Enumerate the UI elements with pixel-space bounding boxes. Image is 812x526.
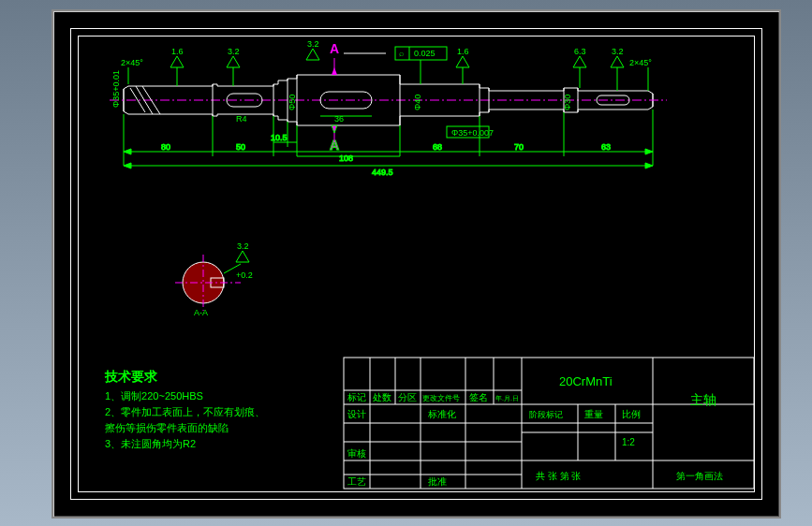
- tech-requirements: 技术要求 1、调制220~250HBS 2、零件加工表面上，不应有划痕、 擦伤等…: [104, 369, 265, 449]
- seg7: 63: [601, 142, 611, 152]
- tb-material: 20CrMnTi: [559, 374, 613, 388]
- ra-4: 1.6: [457, 47, 469, 56]
- tb-check: 审核: [347, 448, 366, 459]
- chamfer-left: 2×45°: [121, 58, 143, 67]
- tb-design: 设计: [347, 409, 366, 419]
- ra-2: 3.2: [228, 47, 240, 56]
- tb-sign: 签名: [469, 392, 488, 402]
- req-line2: 2、零件加工表面上，不应有划痕、: [105, 406, 265, 417]
- req-line1: 1、调制220~250HBS: [105, 390, 203, 402]
- ra-5: 6.3: [574, 47, 586, 56]
- dia-mid1: Φ50: [288, 95, 297, 110]
- tb-std: 标准化: [427, 409, 456, 419]
- svg-marker-48: [124, 149, 131, 154]
- tb-proj: 第一角画法: [676, 471, 723, 481]
- seg3: 10.5: [271, 133, 288, 142]
- seg1: 80: [161, 142, 170, 152]
- sec-label: A-A: [194, 308, 208, 317]
- runout-symbol: ⌕: [399, 49, 404, 58]
- runout-val: 0.025: [414, 49, 436, 58]
- tb-mark: 标记: [347, 392, 366, 402]
- top-annotations: 2×45° 1.6 3.2 3.2 A ⌕ 0.025 1.6: [121, 39, 652, 91]
- dia-tol: Φ35+0.007: [451, 128, 494, 138]
- tb-zone: 分区: [398, 392, 417, 402]
- tb-weight: 重量: [584, 409, 603, 419]
- section-view: 3.2 +0.2 A-A: [175, 241, 253, 317]
- shaft-outline: [110, 75, 667, 125]
- total-len: 449.5: [372, 168, 393, 177]
- tb-count: 处数: [373, 392, 391, 402]
- seg6: 70: [514, 142, 524, 152]
- sec-tol: +0.2: [236, 270, 253, 280]
- tb-scale-val: 1:2: [622, 437, 635, 447]
- tb-scale: 比例: [622, 409, 641, 419]
- tb-stage: 阶段标记: [529, 410, 563, 419]
- ra-1: 1.6: [171, 47, 184, 56]
- sec-ra: 3.2: [237, 241, 249, 251]
- tb-change: 更改文件号: [422, 394, 460, 402]
- svg-marker-22: [332, 67, 337, 75]
- dia-mid2: Φ40: [413, 95, 422, 110]
- ra-6: 3.2: [612, 47, 624, 56]
- tb-part: 主轴: [690, 392, 716, 407]
- title-block: 标记 处数 分区 更改文件号 签名 年.月.日 设计 标准化 审核 工艺 批准 …: [344, 358, 754, 489]
- req-line3: 3、未注圆角均为R2: [105, 438, 196, 449]
- dia-left: Φ35+0.01: [111, 70, 121, 108]
- ra-3: 3.2: [307, 39, 319, 49]
- req-line2b: 擦伤等损伤零件表面的缺陷: [105, 422, 229, 433]
- chamfer-right: 2×45°: [629, 58, 652, 67]
- dia-right: Φ30: [563, 95, 572, 110]
- cad-window: 2×45° 1.6 3.2 3.2 A ⌕ 0.025 1.6: [52, 9, 781, 519]
- seg2: 50: [236, 142, 245, 152]
- tb-approve: 批准: [428, 476, 447, 487]
- tb-sheet: 共 张 第 张: [536, 471, 581, 481]
- seg4: 108: [339, 153, 353, 163]
- svg-marker-51: [645, 163, 653, 168]
- svg-marker-49: [645, 149, 653, 154]
- seg5: 68: [433, 142, 442, 152]
- svg-marker-50: [124, 163, 131, 168]
- tb-date: 年.月.日: [495, 395, 519, 402]
- drawing-canvas: 2×45° 1.6 3.2 3.2 A ⌕ 0.025 1.6: [53, 11, 779, 517]
- tb-craft: 工艺: [347, 476, 366, 487]
- horiz-dims: 80 50 10.5 A 108 68 70 63 449.5: [124, 110, 653, 177]
- vertical-dims: Φ35+0.01 R4 Φ50 36 Φ40 Φ35+0.007 Φ30: [111, 70, 572, 138]
- svg-marker-45: [332, 125, 337, 133]
- section-a-top: A: [330, 41, 339, 56]
- req-title: 技术要求: [104, 369, 158, 384]
- key-r: R4: [236, 114, 247, 124]
